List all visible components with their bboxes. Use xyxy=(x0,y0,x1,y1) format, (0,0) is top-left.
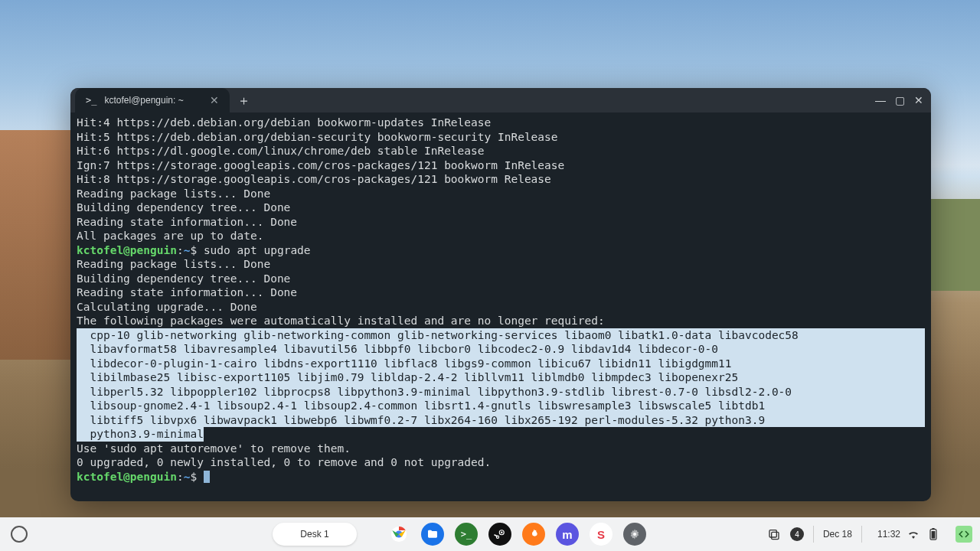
wifi-icon xyxy=(906,527,920,541)
prompt-line: kctofel@penguin:~$ sudo apt upgrade xyxy=(77,243,925,258)
svg-rect-11 xyxy=(932,531,936,539)
terminal-line: Reading package lists... Done xyxy=(77,187,925,201)
prompt-line-current[interactable]: kctofel@penguin:~$ xyxy=(77,470,925,484)
selected-line: libsoup-gnome2.4-1 libsoup2.4-1 libsoup2… xyxy=(77,399,925,413)
desk-label: Desk 1 xyxy=(300,529,328,540)
maximize-button[interactable]: ▢ xyxy=(895,94,905,106)
steam-icon xyxy=(493,527,507,541)
terminal-app-icon: >_ xyxy=(461,529,472,540)
terminal-line: Hit:6 https://dl.google.com/linux/chrome… xyxy=(77,144,925,158)
selected-line: cpp-10 glib-networking glib-networking-c… xyxy=(77,328,925,343)
notification-badge[interactable]: 4 xyxy=(790,527,804,541)
close-window-button[interactable]: ✕ xyxy=(914,94,923,106)
app-settings[interactable] xyxy=(623,523,646,546)
new-tab-button[interactable]: ＋ xyxy=(237,92,250,109)
terminal-line: Building dependency tree... Done xyxy=(77,201,925,215)
terminal-line: Use 'sudo apt autoremove' to remove them… xyxy=(77,442,925,456)
terminal-line: Reading state information... Done xyxy=(77,285,925,300)
terminal-icon: >_ xyxy=(86,95,96,106)
selection-cursor xyxy=(204,428,210,440)
window-controls: — ▢ ✕ xyxy=(875,94,931,106)
launcher-button[interactable] xyxy=(11,526,28,543)
app-files[interactable] xyxy=(421,523,444,546)
titlebar[interactable]: >_ kctofel@penguin: ~ ✕ ＋ — ▢ ✕ xyxy=(70,88,931,112)
terminal-line: Reading package lists... Done xyxy=(77,257,925,272)
cursor xyxy=(204,471,210,483)
selected-line: libavformat58 libavresample4 libavutil56… xyxy=(77,342,925,357)
selected-line: libtiff5 libvpx6 libwavpack1 libwebp6 li… xyxy=(77,413,925,428)
desktop: >_ kctofel@penguin: ~ ✕ ＋ — ▢ ✕ Hit:4 ht… xyxy=(0,0,980,551)
files-icon xyxy=(426,528,439,540)
tab-title: kctofel@penguin: ~ xyxy=(104,95,183,106)
svg-rect-8 xyxy=(772,532,779,539)
app-orange[interactable] xyxy=(522,523,545,546)
selected-line: libperl5.32 libpoppler102 libprocps8 lib… xyxy=(77,385,925,399)
battery-icon xyxy=(926,527,940,541)
svg-rect-7 xyxy=(769,530,776,537)
quick-settings[interactable]: 11:32 xyxy=(871,524,946,544)
mastodon-icon: m xyxy=(562,528,572,541)
flame-icon xyxy=(528,528,540,540)
terminal-line: Building dependency tree... Done xyxy=(77,272,925,286)
terminal-line: All packages are up to date. xyxy=(77,229,925,243)
terminal-line: Reading state information... Done xyxy=(77,215,925,230)
terminal-window: >_ kctofel@penguin: ~ ✕ ＋ — ▢ ✕ Hit:4 ht… xyxy=(70,88,931,501)
app-terminal[interactable]: >_ xyxy=(455,523,478,546)
gear-icon xyxy=(629,528,641,540)
terminal-line: The following packages were automaticall… xyxy=(77,314,925,328)
desk-switcher[interactable]: Desk 1 xyxy=(273,523,357,546)
app-mastodon[interactable]: m xyxy=(556,523,579,546)
tray-date: Dec 18 xyxy=(823,529,852,540)
app-steam[interactable] xyxy=(488,523,511,546)
status-tray[interactable]: 4 Dec 18 11:32 xyxy=(767,517,972,551)
svg-point-4 xyxy=(501,532,502,533)
overview-icon[interactable] xyxy=(767,527,781,541)
chrome-icon xyxy=(390,526,407,543)
selected-line-partial: python3.9-minimal xyxy=(77,427,925,442)
close-tab-button[interactable]: ✕ xyxy=(210,94,219,106)
minimize-button[interactable]: — xyxy=(875,94,886,106)
s-icon: S xyxy=(597,528,605,541)
terminal-line: Ign:7 https://storage.googleapis.com/cro… xyxy=(77,158,925,173)
terminal-line: 0 upgraded, 0 newly installed, 0 to remo… xyxy=(77,455,925,470)
terminal-body[interactable]: Hit:4 https://deb.debian.org/debian book… xyxy=(70,112,931,490)
terminal-line: Hit:4 https://deb.debian.org/debian book… xyxy=(77,116,925,130)
shelf: Desk 1 >_ m S xyxy=(0,517,980,551)
app-s[interactable]: S xyxy=(590,523,612,546)
svg-rect-10 xyxy=(932,528,934,530)
terminal-tab[interactable]: >_ kctofel@penguin: ~ ✕ xyxy=(75,88,230,112)
app-chrome[interactable] xyxy=(387,523,410,546)
terminal-line: Hit:5 https://deb.debian.org/debian-secu… xyxy=(77,130,925,145)
shelf-apps: >_ m S xyxy=(387,523,646,546)
selected-line: libdecor-0-plugin-1-cairo libdns-export1… xyxy=(77,357,925,371)
tray-time: 11:32 xyxy=(877,529,900,540)
terminal-line: Calculating upgrade... Done xyxy=(77,300,925,315)
selected-line: libilmbase25 libisc-export1105 libjim0.7… xyxy=(77,370,925,385)
dev-mode-icon[interactable] xyxy=(956,526,972,543)
terminal-line: Hit:8 https://storage.googleapis.com/cro… xyxy=(77,172,925,187)
